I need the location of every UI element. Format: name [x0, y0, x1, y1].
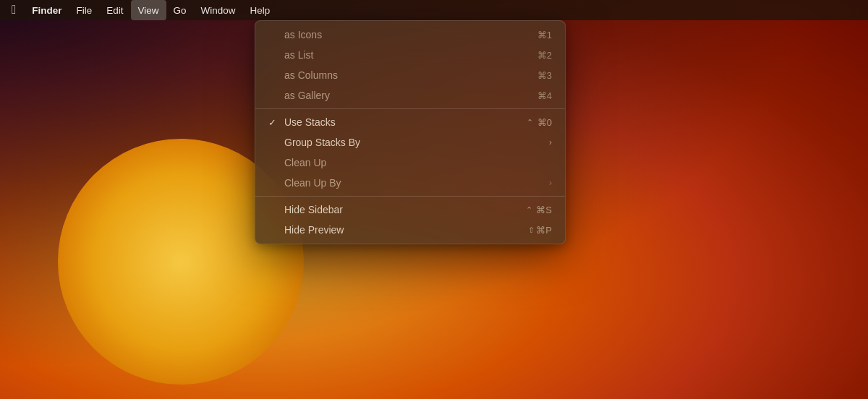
label-hide-preview: Hide Preview	[284, 224, 344, 236]
menu-item-group-stacks-by[interactable]: Group Stacks By ›	[255, 132, 565, 153]
checkmark-use-stacks: ✓	[268, 117, 280, 128]
shortcut-as-gallery: ⌘4	[537, 90, 552, 101]
separator-1	[255, 108, 565, 109]
label-as-gallery: as Gallery	[284, 90, 330, 101]
menu-item-as-gallery[interactable]: as Gallery ⌘4	[255, 85, 565, 106]
shortcut-as-columns: ⌘3	[537, 70, 552, 81]
chevron-group-stacks-by: ›	[549, 137, 552, 147]
menu-item-clean-up-by[interactable]: Clean Up By ›	[255, 173, 565, 193]
label-as-list: as List	[284, 49, 313, 61]
separator-2	[255, 196, 565, 197]
shortcut-use-stacks: ⌃ ⌘0	[527, 117, 552, 128]
shortcut-as-list: ⌘2	[537, 50, 552, 61]
label-clean-up-by: Clean Up By	[284, 177, 341, 189]
label-as-icons: as Icons	[284, 29, 322, 40]
view-menu[interactable]: View	[131, 0, 166, 20]
label-group-stacks-by: Group Stacks By	[284, 137, 360, 148]
menu-item-clean-up[interactable]: Clean Up	[255, 153, 565, 173]
window-menu[interactable]: Window	[194, 0, 243, 20]
shortcut-hide-preview: ⇧⌘P	[528, 225, 552, 236]
chevron-clean-up-by: ›	[549, 178, 552, 188]
help-menu[interactable]: Help	[243, 0, 278, 20]
menu-item-hide-sidebar[interactable]: Hide Sidebar ⌃ ⌘S	[255, 200, 565, 220]
edit-menu[interactable]: Edit	[99, 0, 130, 20]
label-use-stacks: Use Stacks	[284, 116, 336, 128]
menu-item-as-icons[interactable]: as Icons ⌘1	[255, 25, 565, 45]
shortcut-as-icons: ⌘1	[537, 30, 552, 40]
menu-item-as-list[interactable]: as List ⌘2	[255, 45, 565, 65]
menubar:  Finder File Edit View Go Window Help	[0, 0, 868, 20]
go-menu[interactable]: Go	[166, 0, 194, 20]
view-dropdown: as Icons ⌘1 as List ⌘2 as Columns ⌘3 as …	[255, 20, 566, 244]
menu-item-use-stacks[interactable]: ✓ Use Stacks ⌃ ⌘0	[255, 112, 565, 132]
finder-menu[interactable]: Finder	[25, 0, 69, 20]
label-clean-up: Clean Up	[284, 157, 326, 168]
menu-item-as-columns[interactable]: as Columns ⌘3	[255, 65, 565, 85]
shortcut-hide-sidebar: ⌃ ⌘S	[526, 205, 552, 215]
apple-menu[interactable]: 	[9, 0, 25, 20]
menu-item-hide-preview[interactable]: Hide Preview ⇧⌘P	[255, 220, 565, 240]
file-menu[interactable]: File	[69, 0, 99, 20]
label-as-columns: as Columns	[284, 69, 338, 81]
label-hide-sidebar: Hide Sidebar	[284, 204, 343, 215]
